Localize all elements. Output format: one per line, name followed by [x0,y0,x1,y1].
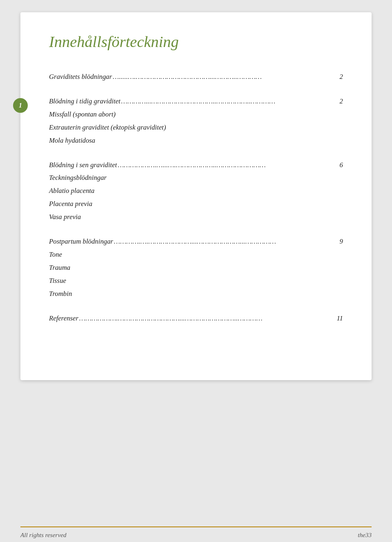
toc-sub-list-4: Tone Trauma Tissue Trombin [49,248,343,300]
toc-section-3: Blödning i sen graviditet ……………….…...….…… [49,159,343,224]
toc-dots: ……………….…...….………………..…………………… [117,159,339,172]
toc-entry-blodning-tidig[interactable]: Blödning i tidig graviditet …………...……………… [49,95,343,108]
toc-section-5: Referenser ……………….…………………………...…………………….… [49,312,343,325]
toc-label: Graviditets blödningar [49,70,112,83]
toc-dots: ……………….…………………………...……………………..………… [78,312,336,325]
toc-section-1: Graviditets blödningar ….....….………………………… [49,70,343,83]
toc-page: 2 [340,95,343,108]
toc-dots: ….....….………………………………...………..………… [112,70,339,83]
page-number-badge: 1 [13,98,28,113]
toc-entry-blodning-sen[interactable]: Blödning i sen graviditet ……………….…...….…… [49,159,343,172]
toc-label: Blödning i tidig graviditet [49,95,120,108]
toc-entry-referenser[interactable]: Referenser ……………….…………………………...…………………….… [49,312,343,325]
page-title: Innehållsförteckning [49,33,343,51]
toc-sub-item: Trombin [49,287,343,300]
toc-sub-item: Tone [49,248,343,261]
toc-page: 2 [340,70,343,83]
footer-bar: All rights reserved the33 [20,526,372,542]
toc-section-4: Postpartum blödningar ………….….…………………...…… [49,235,343,300]
toc-sub-list-2: Missfall (spontan abort) Extrauterin gra… [49,108,343,147]
toc-entry-graviditets-blodningar[interactable]: Graviditets blödningar ….....….………………………… [49,70,343,83]
toc-sub-item: Missfall (spontan abort) [49,108,343,121]
toc-sub-item: Tissue [49,274,343,287]
toc-sub-item: Mola hydatidosa [49,134,343,147]
toc-page: 9 [340,235,343,248]
toc-page: 6 [340,159,343,172]
footer-left: All rights reserved [20,531,66,539]
toc-page: 11 [336,312,343,325]
toc-entry-postpartum[interactable]: Postpartum blödningar ………….….…………………...…… [49,235,343,248]
toc-label: Postpartum blödningar [49,235,113,248]
toc-sub-item: Ablatio placenta [49,184,343,197]
toc-dots: ………….….…………………...…………………...…………… [113,235,340,248]
toc-label: Referenser [49,312,78,325]
page-container: Innehållsförteckning 1 Graviditets blödn… [20,12,372,380]
toc-label: Blödning i sen graviditet [49,159,117,172]
toc-sub-item: Teckningsblödningar [49,171,343,184]
footer-right: the33 [358,531,372,539]
toc-sub-item: Extrauterin graviditet (ektopisk gravidi… [49,121,343,134]
toc-sub-list-3: Teckningsblödningar Ablatio placenta Pla… [49,171,343,224]
toc-sub-item: Trauma [49,261,343,274]
toc-dots: …………...…………………………..……………..………… [120,95,340,108]
toc-sub-item: Vasa previa [49,211,343,224]
toc-sub-item: Placenta previa [49,197,343,211]
toc-section-2: Blödning i tidig graviditet …………...……………… [49,95,343,147]
